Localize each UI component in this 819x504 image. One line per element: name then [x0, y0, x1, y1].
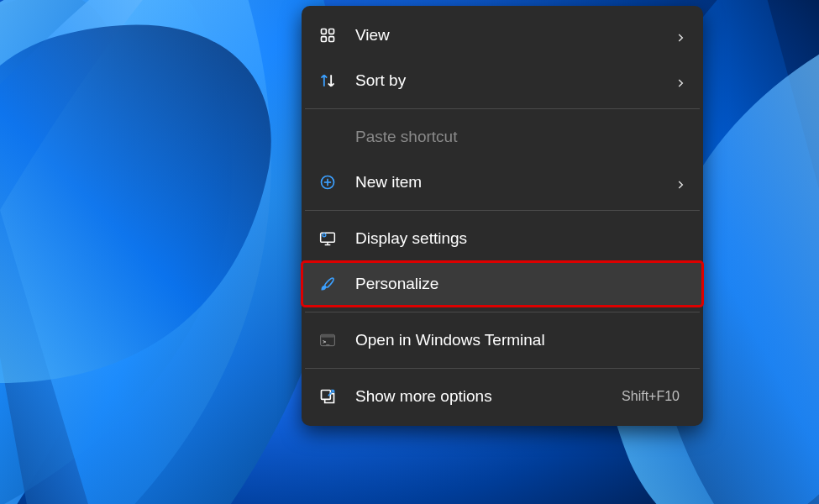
- svg-point-12: [323, 234, 324, 235]
- menu-separator: [305, 368, 700, 369]
- menu-item-open-terminal[interactable]: >_ Open in Windows Terminal: [302, 318, 703, 363]
- menu-item-new[interactable]: New item: [302, 160, 703, 205]
- menu-label: New item: [355, 173, 675, 192]
- desktop-context-menu: View Sort by Paste shortcut New: [302, 6, 703, 426]
- sort-icon: [318, 71, 337, 90]
- brush-icon: [318, 275, 337, 293]
- menu-item-personalize[interactable]: Personalize: [302, 261, 703, 307]
- menu-shortcut: Shift+F10: [622, 389, 680, 404]
- menu-label: Paste shortcut: [355, 128, 686, 146]
- display-gear-icon: [318, 229, 337, 248]
- menu-label: Show more options: [355, 387, 622, 406]
- svg-rect-14: [321, 334, 335, 337]
- menu-label: Sort by: [355, 71, 675, 90]
- chevron-right-icon: [675, 75, 686, 87]
- menu-item-view[interactable]: View: [302, 13, 703, 58]
- svg-rect-2: [329, 29, 334, 34]
- grid-icon: [318, 26, 337, 45]
- svg-rect-3: [322, 37, 327, 42]
- menu-label: Personalize: [355, 275, 686, 293]
- menu-item-sort-by[interactable]: Sort by: [302, 58, 703, 103]
- chevron-right-icon: [675, 176, 686, 188]
- menu-item-display-settings[interactable]: Display settings: [302, 216, 703, 261]
- empty-icon: [318, 128, 337, 146]
- menu-separator: [305, 108, 700, 109]
- menu-label: View: [355, 26, 675, 45]
- menu-separator: [305, 210, 700, 211]
- menu-label: Display settings: [355, 229, 686, 248]
- menu-item-paste-shortcut: Paste shortcut: [302, 114, 703, 160]
- menu-item-show-more-options[interactable]: Show more options Shift+F10: [302, 374, 703, 419]
- menu-label: Open in Windows Terminal: [355, 331, 686, 349]
- terminal-icon: >_: [318, 331, 337, 349]
- chevron-right-icon: [675, 29, 686, 41]
- svg-text:>_: >_: [323, 339, 329, 345]
- svg-rect-1: [322, 29, 327, 34]
- expand-icon: [318, 387, 337, 406]
- menu-separator: [305, 312, 700, 312]
- plus-circle-icon: [318, 173, 337, 192]
- svg-rect-4: [329, 37, 334, 42]
